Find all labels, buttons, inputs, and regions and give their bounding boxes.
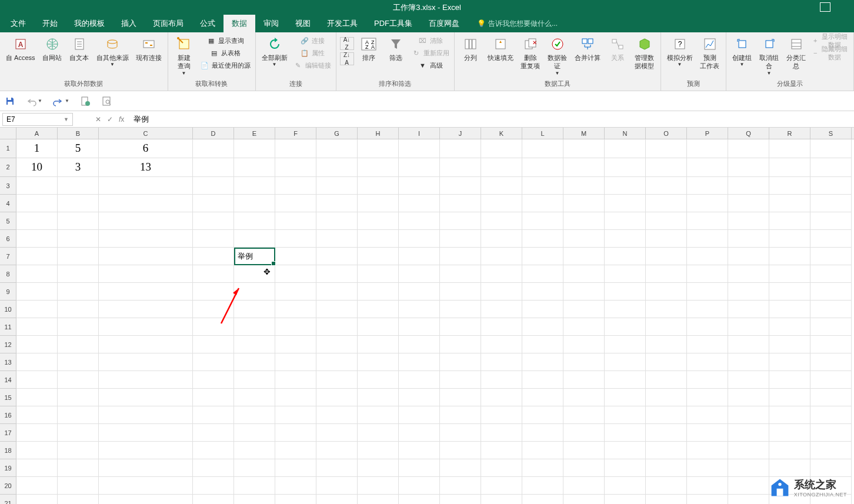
cell[interactable] xyxy=(399,318,440,336)
cell[interactable] xyxy=(399,459,440,477)
cell[interactable] xyxy=(605,283,646,301)
cell[interactable] xyxy=(769,139,810,158)
cell[interactable] xyxy=(769,265,810,283)
flash-fill-button[interactable]: 快速填充 xyxy=(485,35,516,63)
sort-button[interactable]: AZZA排序 xyxy=(356,35,381,63)
cell[interactable] xyxy=(646,139,687,158)
cell[interactable] xyxy=(234,353,275,371)
cell[interactable] xyxy=(358,406,399,424)
cell[interactable] xyxy=(440,318,481,336)
cell[interactable] xyxy=(563,495,605,504)
cell[interactable] xyxy=(563,389,605,406)
cell[interactable] xyxy=(522,139,563,158)
cell[interactable] xyxy=(522,406,563,424)
column-header[interactable]: K xyxy=(481,128,522,139)
cell[interactable] xyxy=(399,336,440,353)
cell[interactable] xyxy=(687,424,728,442)
cell[interactable] xyxy=(646,336,687,353)
cell[interactable] xyxy=(275,336,316,353)
cell[interactable] xyxy=(275,459,316,477)
cell[interactable] xyxy=(563,477,605,495)
cell[interactable] xyxy=(522,301,563,318)
cell[interactable] xyxy=(358,283,399,301)
what-if-button[interactable]: ?模拟分析▼ xyxy=(665,35,695,69)
cell[interactable] xyxy=(440,495,481,504)
refresh-all-button[interactable]: 全部刷新▼ xyxy=(259,35,290,69)
cell[interactable] xyxy=(810,371,852,389)
cell[interactable] xyxy=(522,336,563,353)
cell[interactable] xyxy=(99,283,193,301)
cell[interactable] xyxy=(58,477,99,495)
cell[interactable] xyxy=(58,195,99,212)
cell[interactable] xyxy=(522,158,563,177)
cancel-icon[interactable]: ✕ xyxy=(95,115,101,124)
cell[interactable] xyxy=(481,230,522,248)
cell[interactable] xyxy=(234,495,275,504)
column-header[interactable]: L xyxy=(522,128,563,139)
cell[interactable] xyxy=(193,283,234,301)
cell[interactable] xyxy=(687,406,728,424)
cell[interactable] xyxy=(605,318,646,336)
cell[interactable] xyxy=(728,265,769,283)
cell[interactable] xyxy=(234,389,275,406)
cell[interactable] xyxy=(769,459,810,477)
cell[interactable] xyxy=(687,248,728,265)
cell[interactable] xyxy=(522,389,563,406)
cell[interactable] xyxy=(646,318,687,336)
select-all-corner[interactable] xyxy=(0,128,16,139)
cell[interactable] xyxy=(58,459,99,477)
cell[interactable] xyxy=(316,301,358,318)
spreadsheet-grid[interactable]: ABCDEFGHIJKLMNOPQRS 115621031334567举例891… xyxy=(0,128,854,504)
row-header[interactable]: 6 xyxy=(0,230,16,248)
cell[interactable] xyxy=(234,406,275,424)
cell[interactable] xyxy=(316,442,358,459)
cell[interactable] xyxy=(99,195,193,212)
cell[interactable] xyxy=(316,353,358,371)
cell[interactable] xyxy=(687,301,728,318)
cell[interactable] xyxy=(687,353,728,371)
tab-developer[interactable]: 开发工具 xyxy=(319,15,366,32)
cell[interactable] xyxy=(646,230,687,248)
cell[interactable] xyxy=(810,389,852,406)
existing-conn-button[interactable]: 现有连接 xyxy=(134,35,164,63)
column-header[interactable]: O xyxy=(646,128,687,139)
cell[interactable] xyxy=(605,265,646,283)
from-web-button[interactable]: 自网站 xyxy=(40,35,65,63)
cell[interactable] xyxy=(234,477,275,495)
cell[interactable] xyxy=(563,353,605,371)
cell[interactable] xyxy=(687,336,728,353)
cell[interactable] xyxy=(399,139,440,158)
cell[interactable] xyxy=(16,495,58,504)
cell[interactable] xyxy=(275,265,316,283)
redo-button[interactable]: ▼ xyxy=(53,96,69,106)
advanced-filter-button[interactable]: ▼高级 xyxy=(411,59,451,71)
cell[interactable] xyxy=(522,212,563,230)
from-text-button[interactable]: 自文本 xyxy=(67,35,92,63)
tab-baidu[interactable]: 百度网盘 xyxy=(421,15,468,32)
sort-desc-button[interactable]: Z↓A xyxy=(340,52,354,65)
cell[interactable] xyxy=(16,301,58,318)
cell[interactable] xyxy=(275,406,316,424)
from-table-button[interactable]: ▤从表格 xyxy=(199,47,252,59)
column-header[interactable]: M xyxy=(563,128,605,139)
tab-home[interactable]: 开始 xyxy=(34,15,66,32)
cell[interactable] xyxy=(810,301,852,318)
cell[interactable]: 10 xyxy=(16,158,58,177)
cell[interactable] xyxy=(605,248,646,265)
cell[interactable] xyxy=(316,406,358,424)
cell[interactable] xyxy=(275,353,316,371)
cell[interactable] xyxy=(316,495,358,504)
cell[interactable] xyxy=(58,265,99,283)
cell[interactable] xyxy=(522,265,563,283)
forecast-sheet-button[interactable]: 预测 工作表 xyxy=(698,35,722,72)
cell[interactable] xyxy=(810,459,852,477)
cell[interactable] xyxy=(481,177,522,195)
cell[interactable] xyxy=(358,265,399,283)
cell[interactable] xyxy=(16,406,58,424)
cell[interactable] xyxy=(481,265,522,283)
confirm-icon[interactable]: ✓ xyxy=(107,115,113,124)
cell[interactable] xyxy=(99,424,193,442)
cell[interactable] xyxy=(440,477,481,495)
cell[interactable] xyxy=(316,158,358,177)
cell[interactable] xyxy=(193,459,234,477)
